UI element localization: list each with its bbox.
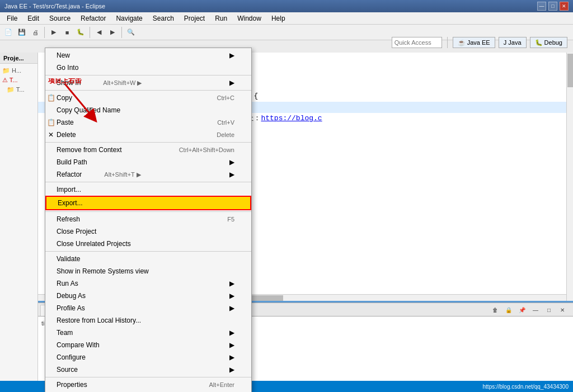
ctx-item-refresh[interactable]: RefreshF5 — [45, 213, 251, 225]
ctx-sep-sep4 — [45, 182, 251, 182]
minimize-button[interactable]: — — [537, 2, 546, 11]
toolbar-save[interactable]: 💾 — [16, 26, 28, 39]
context-menu: New▶Go IntoShow InAlt+Shift+W ▶▶📋CopyCtr… — [45, 48, 252, 392]
ctx-arrow-new: ▶ — [229, 51, 234, 59]
ctx-item-import[interactable]: Import... — [45, 183, 251, 196]
menu-refactor[interactable]: Refactor — [76, 13, 110, 23]
menu-bar: File Edit Source Refactor Navigate Searc… — [0, 12, 573, 25]
ctx-label-team: Team — [57, 329, 73, 337]
ctx-arrow-refactor: ▶ — [229, 171, 234, 178]
ctx-item-profile-as[interactable]: Profile As▶ — [45, 302, 251, 314]
toolbar-prev[interactable]: ◀ — [93, 26, 105, 39]
ctx-item-debug-as[interactable]: Debug As▶ — [45, 290, 251, 302]
ctx-arrow-compare-with: ▶ — [229, 341, 234, 349]
console-maximize[interactable]: □ — [543, 304, 555, 316]
menu-source[interactable]: Source — [45, 13, 75, 23]
toolbar-search[interactable]: 🔍 — [125, 26, 137, 39]
h-scrollbar-thumb[interactable] — [250, 295, 283, 301]
ctx-item-copy-qualified[interactable]: Copy Qualified Name — [45, 104, 251, 116]
menu-file[interactable]: File — [2, 13, 22, 23]
menu-edit[interactable]: Edit — [23, 13, 44, 23]
menu-navigate[interactable]: Navigate — [111, 13, 147, 23]
ctx-item-copy[interactable]: 📋CopyCtrl+C — [45, 92, 251, 104]
status-text: https://blog.csdn.net/qq_43434300 — [483, 384, 569, 390]
ctx-item-close-project[interactable]: Close Project — [45, 225, 251, 238]
ctx-shortcut-delete: Delete — [217, 131, 234, 138]
ctx-item-run-as[interactable]: Run As▶ — [45, 277, 251, 290]
console-close-panel[interactable]: ✕ — [556, 304, 569, 316]
scrollbar-thumb[interactable] — [567, 54, 573, 87]
perspective-java-ee[interactable]: ☕ Java EE — [453, 37, 495, 48]
ctx-item-remove-context[interactable]: Remove from ContextCtrl+Alt+Shift+Down — [45, 144, 251, 156]
editor-scrollbar[interactable] — [566, 53, 573, 301]
window-controls[interactable]: — □ ✕ — [537, 2, 569, 11]
ctx-label-export: Export... — [58, 199, 83, 207]
ctx-icon-paste: 📋 — [45, 119, 57, 126]
ctx-item-build-path[interactable]: Build Path▶ — [45, 156, 251, 168]
ctx-sep-sep1 — [45, 75, 251, 75]
toolbar-next[interactable]: ▶ — [106, 26, 119, 39]
ctx-label-refresh: Refresh — [57, 215, 80, 223]
menu-run[interactable]: Run — [210, 13, 232, 23]
console-pin[interactable]: 📌 — [516, 304, 528, 316]
ctx-label-delete: Delete — [57, 131, 76, 139]
ctx-label-new: New — [57, 51, 70, 59]
title-bar: Java EE - Test/src/Test.java - Eclipse —… — [0, 0, 573, 12]
ctx-item-source[interactable]: Source▶ — [45, 363, 251, 376]
ctx-item-close-unrelated[interactable]: Close Unrelated Projects — [45, 238, 251, 250]
toolbar-run[interactable]: ▶ — [48, 26, 60, 39]
menu-window[interactable]: Window — [233, 13, 266, 23]
ctx-item-compare-with[interactable]: Compare With▶ — [45, 339, 251, 351]
ctx-item-refactor[interactable]: RefactorAlt+Shift+T ▶▶ — [45, 168, 251, 181]
ctx-sep-sep6 — [45, 251, 251, 252]
ctx-item-go-into[interactable]: Go Into — [45, 62, 251, 74]
ctx-label-show-remote: Show in Remote Systems view — [57, 267, 149, 275]
maximize-button[interactable]: □ — [548, 2, 557, 11]
ctx-item-new[interactable]: New▶ — [45, 49, 251, 62]
quick-access-area: ☕ Java EE J Java 🐛 Debug — [392, 37, 567, 48]
ctx-label-go-into: Go Into — [57, 64, 78, 72]
ctx-label-show-in: Show In — [57, 79, 81, 87]
ctx-shortcut-show-in: Alt+Shift+W ▶ — [103, 79, 142, 87]
toolbar-print[interactable]: 🖨 — [29, 26, 41, 39]
ctx-item-configure[interactable]: Configure▶ — [45, 351, 251, 363]
ctx-item-export[interactable]: Export... — [45, 196, 251, 210]
ctx-item-delete[interactable]: ✕DeleteDelete — [45, 129, 251, 141]
ctx-label-import: Import... — [57, 186, 81, 193]
console-scroll-lock[interactable]: 🔒 — [502, 304, 515, 316]
project-tree-item2[interactable]: ⚠ T... — [2, 75, 35, 85]
console-clear[interactable]: 🗑 — [489, 304, 501, 316]
ctx-shortcut-remove-context: Ctrl+Alt+Shift+Down — [179, 147, 234, 153]
ctx-label-profile-as: Profile As — [57, 304, 85, 312]
ctx-label-configure: Configure — [57, 353, 86, 361]
toolbar-new[interactable]: 📄 — [2, 26, 15, 39]
ctx-item-show-in[interactable]: Show InAlt+Shift+W ▶▶ — [45, 77, 251, 89]
quick-access-input[interactable] — [392, 37, 442, 48]
ctx-sep-sep2 — [45, 90, 251, 91]
ctx-icon-delete: ✕ — [45, 131, 57, 139]
ctx-label-refactor: Refactor — [57, 171, 82, 178]
console-minimize[interactable]: — — [529, 304, 542, 316]
project-explorer-header: Proje... — [0, 53, 37, 64]
ctx-item-show-remote[interactable]: Show in Remote Systems view — [45, 265, 251, 277]
ctx-label-source: Source — [57, 366, 78, 374]
menu-search[interactable]: Search — [148, 13, 179, 23]
ctx-item-restore-history[interactable]: Restore from Local History... — [45, 314, 251, 327]
project-tree-item3[interactable]: 📁 T... — [7, 85, 35, 95]
menu-project[interactable]: Project — [180, 13, 209, 23]
ctx-item-validate[interactable]: Validate — [45, 253, 251, 265]
toolbar-stop[interactable]: ■ — [61, 26, 73, 39]
ctx-icon-copy: 📋 — [45, 94, 57, 102]
ctx-item-paste[interactable]: 📋PasteCtrl+V — [45, 116, 251, 129]
perspective-java[interactable]: J Java — [499, 37, 527, 48]
ctx-item-properties[interactable]: PropertiesAlt+Enter — [45, 379, 251, 391]
toolbar-debug[interactable]: 🐛 — [74, 26, 87, 39]
ctx-item-team[interactable]: Team▶ — [45, 327, 251, 339]
perspective-debug[interactable]: 🐛 Debug — [530, 37, 567, 48]
ctx-arrow-build-path: ▶ — [229, 158, 234, 166]
project-tree-item[interactable]: 📁 H... — [2, 66, 35, 75]
project-label: Proje... — [3, 55, 24, 62]
menu-help[interactable]: Help — [267, 13, 290, 23]
close-button[interactable]: ✕ — [560, 2, 569, 11]
ctx-label-close-project: Close Project — [57, 228, 96, 235]
